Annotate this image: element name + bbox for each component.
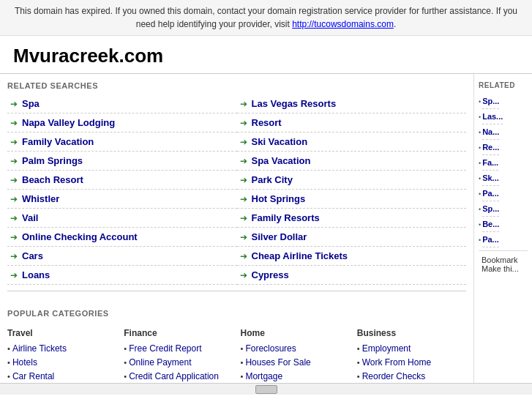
bottom-scrollbar[interactable] <box>0 383 532 395</box>
category-link[interactable]: Credit Card Application <box>129 371 219 381</box>
arrow-icon: • <box>479 236 481 244</box>
category-link[interactable]: Mortgage <box>245 371 282 381</box>
search-link[interactable]: Online Checking Account <box>22 231 138 242</box>
arrow-icon: • <box>479 221 481 228</box>
category-link[interactable]: Houses For Sale <box>245 357 310 368</box>
category-list-item: Foreclosures <box>241 341 350 355</box>
notice-link[interactable]: http://tucowsdomains.com <box>292 19 394 29</box>
search-link[interactable]: Silver Dollar <box>252 231 307 242</box>
sidebar-link[interactable]: Las... <box>482 109 503 124</box>
search-link[interactable]: Vail <box>22 212 38 223</box>
search-item-right: ➔Hot Springs <box>237 190 467 209</box>
search-link[interactable]: Las Vegas Resorts <box>252 98 337 109</box>
category-list-item: Mortgage <box>241 369 350 383</box>
arrow-icon: • <box>479 129 481 136</box>
search-link[interactable]: Cheap Airline Tickets <box>252 250 348 261</box>
search-link[interactable]: Beach Resort <box>22 174 83 185</box>
sidebar-link[interactable]: Pa... <box>482 232 499 247</box>
related-searches-header: RELATED SEARCHES <box>7 74 466 94</box>
search-link[interactable]: Family Vacation <box>22 136 94 147</box>
category-col: FinanceFree Credit ReportOnline PaymentC… <box>124 328 233 383</box>
arrow-icon: ➔ <box>240 99 247 109</box>
search-link[interactable]: Whistler <box>22 193 59 204</box>
sidebar-link[interactable]: Fa... <box>482 155 498 171</box>
bookmark-label: Bookmark <box>482 256 525 264</box>
search-link[interactable]: Park City <box>252 174 293 185</box>
arrow-icon: ➔ <box>240 156 247 166</box>
sidebar-link[interactable]: Na... <box>482 124 499 140</box>
search-link[interactable]: Spa <box>22 98 40 109</box>
notice-text: This domain has expired. If you owned th… <box>15 6 517 29</box>
search-link[interactable]: Cars <box>22 250 43 261</box>
search-link[interactable]: Loans <box>22 269 50 280</box>
search-item-left: ➔Napa Valley Lodging <box>7 113 237 133</box>
category-list-item: Free Credit Report <box>124 341 233 355</box>
search-item-left: ➔Cars <box>7 247 237 266</box>
arrow-icon: ➔ <box>10 232 18 242</box>
search-item-right: ➔Resort <box>237 113 467 133</box>
search-link[interactable]: Napa Valley Lodging <box>22 117 115 128</box>
category-link[interactable]: Online Payment <box>129 357 191 368</box>
main-layout: RELATED SEARCHES ➔Spa➔Napa Valley Lodgin… <box>0 74 532 383</box>
search-link[interactable]: Palm Springs <box>22 155 83 166</box>
arrow-icon: ➔ <box>10 270 18 280</box>
sidebar-item-row: •Re... <box>479 140 528 155</box>
category-list-item: Work From Home <box>357 355 466 369</box>
categories-grid: TravelAirline TicketsHotelsCar RentalFin… <box>7 322 466 383</box>
category-list-item: Houses For Sale <box>241 355 350 369</box>
category-col: HomeForeclosuresHouses For SaleMortgage <box>241 328 350 383</box>
sidebar-item-row: •Be... <box>479 217 528 232</box>
bookmark-section: Bookmark Make thi... <box>479 250 528 277</box>
sidebar-item-row: •Na... <box>479 124 528 140</box>
search-col-left: ➔Spa➔Napa Valley Lodging➔Family Vacation… <box>7 94 237 285</box>
arrow-icon: ➔ <box>240 213 247 223</box>
search-item-right: ➔Spa Vacation <box>237 152 467 171</box>
popular-categories: POPULAR CATEGORIES TravelAirline Tickets… <box>7 291 466 383</box>
sidebar-link[interactable]: Be... <box>482 217 499 232</box>
category-link[interactable]: Reorder Checks <box>362 371 426 381</box>
page-wrapper: This domain has expired. If you owned th… <box>0 0 532 395</box>
sidebar-link[interactable]: Re... <box>482 140 499 155</box>
category-title: Finance <box>124 328 233 338</box>
search-link[interactable]: Cypress <box>252 269 289 280</box>
category-link[interactable]: Free Credit Report <box>129 343 201 354</box>
category-list-item: Airline Tickets <box>7 341 116 355</box>
arrow-icon: ➔ <box>240 175 247 185</box>
arrow-icon: • <box>479 113 481 121</box>
search-link[interactable]: Resort <box>252 117 282 128</box>
arrow-icon: • <box>479 175 481 182</box>
scroll-thumb[interactable] <box>255 385 277 394</box>
arrow-icon: ➔ <box>240 118 247 128</box>
sidebar-link[interactable]: Sp... <box>482 201 499 217</box>
arrow-icon: ➔ <box>10 118 18 128</box>
category-link[interactable]: Car Rental <box>12 371 54 381</box>
search-link[interactable]: Spa Vacation <box>252 155 311 166</box>
sidebar-link[interactable]: Sp... <box>482 94 499 109</box>
search-col-right: ➔Las Vegas Resorts➔Resort➔Ski Vacation➔S… <box>237 94 467 285</box>
category-list-item: Credit Card Application <box>124 369 233 383</box>
arrow-icon: ➔ <box>240 194 247 204</box>
arrow-icon: • <box>479 144 481 152</box>
arrow-icon: ➔ <box>10 99 18 109</box>
category-link[interactable]: Employment <box>362 343 411 354</box>
search-item-left: ➔Beach Resort <box>7 171 237 190</box>
arrow-icon: ➔ <box>240 251 247 261</box>
category-link[interactable]: Airline Tickets <box>12 343 67 354</box>
category-list-item: Reorder Checks <box>357 369 466 383</box>
search-link[interactable]: Family Resorts <box>252 212 320 223</box>
search-link[interactable]: Ski Vacation <box>252 136 308 147</box>
category-link[interactable]: Work From Home <box>362 357 431 368</box>
search-link[interactable]: Hot Springs <box>252 193 306 204</box>
main-content: RELATED SEARCHES ➔Spa➔Napa Valley Lodgin… <box>0 74 473 383</box>
arrow-icon: • <box>479 190 481 198</box>
category-link[interactable]: Foreclosures <box>245 343 296 354</box>
search-item-right: ➔Silver Dollar <box>237 228 467 247</box>
category-col: BusinessEmploymentWork From HomeReorder … <box>357 328 466 383</box>
category-link[interactable]: Hotels <box>12 357 37 368</box>
right-sidebar: RELATED •Sp...•Las...•Na...•Re...•Fa...•… <box>473 74 532 383</box>
sidebar-link[interactable]: Sk... <box>482 171 499 186</box>
sidebar-link[interactable]: Pa... <box>482 186 499 201</box>
arrow-icon: ➔ <box>10 175 18 185</box>
sidebar-item-row: •Sk... <box>479 171 528 186</box>
search-item-right: ➔Las Vegas Resorts <box>237 94 467 113</box>
